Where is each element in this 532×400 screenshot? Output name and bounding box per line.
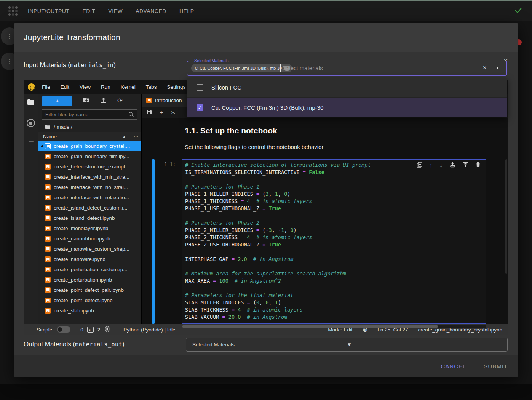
- file-name: create_island_defect.ipynb: [54, 215, 115, 221]
- material-chip[interactable]: 0: Cu, Copper, FCC (Fm-3m) 3D (Bulk), mp…: [191, 64, 292, 72]
- text-cursor: [280, 64, 281, 72]
- code-line: SLAB_MILLER_INDICES = (0, 0, 1): [185, 299, 486, 307]
- clear-selection-icon[interactable]: ×: [483, 64, 487, 72]
- add-cell-icon[interactable]: +: [160, 109, 163, 116]
- dropdown-collapse-icon[interactable]: ▲: [496, 66, 499, 70]
- jupyter-menu-run[interactable]: Run: [101, 84, 110, 90]
- breadcrumb[interactable]: / made /: [38, 122, 141, 132]
- more-columns-icon[interactable]: ⋯: [134, 134, 138, 139]
- notebook-file-icon: [45, 236, 51, 242]
- running-sessions-tab-icon[interactable]: [27, 119, 35, 127]
- code-line: [185, 176, 486, 184]
- notebook-file-icon: [45, 256, 51, 262]
- output-materials-select[interactable]: Selected Materials ▼: [186, 338, 508, 352]
- file-browser-toolbar: + ⟳: [38, 94, 141, 108]
- materials-select-placeholder: Select materials: [282, 65, 323, 71]
- cancel-button[interactable]: CANCEL: [441, 363, 466, 370]
- save-icon[interactable]: [147, 109, 152, 116]
- file-row[interactable]: create_nanowire.ipynb: [38, 254, 141, 264]
- file-row[interactable]: create_grain_boundary_film.ipy...: [38, 151, 141, 162]
- menu-advanced[interactable]: ADVANCED: [136, 8, 166, 14]
- kernel-status[interactable]: Python (Pyodide) | Idle: [123, 327, 175, 333]
- file-browser-tab-icon[interactable]: [27, 99, 35, 107]
- jupyter-menu-edit[interactable]: Edit: [61, 84, 69, 90]
- cell-prompt: [ ]:: [164, 162, 176, 167]
- upload-icon[interactable]: [101, 98, 107, 105]
- file-row[interactable]: create_point_defect.ipynb: [38, 295, 141, 306]
- file-list-header[interactable]: Name ▲ ⋯: [38, 132, 141, 141]
- material-option[interactable]: ✓Cu, Copper, FCC (Fm-3m) 3D (Bulk), mp-3…: [187, 98, 507, 117]
- horizontal-scrollbar[interactable]: [182, 325, 486, 328]
- terminals-count[interactable]: 0: [80, 327, 83, 333]
- refresh-icon[interactable]: ⟳: [117, 97, 123, 105]
- menu-view[interactable]: VIEW: [108, 8, 123, 14]
- code-cell-editor[interactable]: # Enable interactive selection of termin…: [182, 159, 486, 324]
- code-line: INTERPHASE_GAP = 2.0 # in Angstrom: [185, 256, 486, 263]
- file-row[interactable]: create_interface_with_no_strai...: [38, 182, 141, 192]
- jupyter-menu-tabs[interactable]: Tabs: [146, 84, 157, 90]
- simple-mode-toggle[interactable]: [57, 326, 70, 333]
- code-line: SLAB_VACUUM = 20.0 # in Angstrom: [185, 314, 486, 321]
- insert-cell-above-icon[interactable]: [450, 162, 455, 168]
- code-line: # Parameters for the final material: [185, 292, 486, 299]
- vertical-scrollbar[interactable]: [505, 159, 507, 274]
- jupyter-menu-view[interactable]: View: [80, 84, 91, 90]
- menu-edit[interactable]: EDIT: [82, 8, 95, 14]
- code-line: SLAB_THICKNESS = 4 # in atomic layers: [185, 307, 486, 314]
- file-row[interactable]: create_perturbation.ipynb: [38, 275, 141, 285]
- menu-help[interactable]: HELP: [179, 8, 194, 14]
- menu-input-output[interactable]: INPUT/OUTPUT: [28, 8, 69, 14]
- file-row[interactable]: create_island_defect.ipynb: [38, 213, 141, 223]
- cut-cell-icon[interactable]: ✂: [171, 109, 176, 116]
- kernel-chip-icon: [104, 326, 110, 333]
- materials-dropdown: Silicon FCC✓Cu, Copper, FCC (Fm-3m) 3D (…: [187, 78, 507, 117]
- file-row[interactable]: create_interface_with_relaxatio...: [38, 192, 141, 203]
- section-paragraph: Set the following flags to control the n…: [185, 144, 323, 150]
- submit-button[interactable]: SUBMIT: [484, 363, 508, 370]
- file-filter-input[interactable]: Filter files by name: [42, 109, 137, 120]
- file-row[interactable]: create_perturbation_custom.ip...: [38, 264, 141, 275]
- file-name: create_nanoribbon.ipynb: [54, 236, 110, 242]
- delete-cell-icon[interactable]: [476, 162, 481, 168]
- file-row[interactable]: create_point_defect_pair.ipynb: [38, 285, 141, 295]
- kernels-count[interactable]: 2: [97, 327, 101, 333]
- checkbox-checked-icon[interactable]: ✓: [197, 104, 203, 111]
- file-row[interactable]: create_slab.ipynb: [38, 306, 141, 316]
- file-row[interactable]: create_grain_boundary_crystal....: [38, 141, 141, 151]
- file-browser-panel: + ⟳ Filter files by name / made /: [38, 94, 142, 324]
- jupyter-menu-kernel[interactable]: Kernel: [121, 84, 136, 90]
- materials-select-input[interactable]: Selected Materials 0: Cu, Copper, FCC (F…: [187, 61, 507, 76]
- file-row[interactable]: create_interface_with_min_stra...: [38, 172, 141, 182]
- active-cell-indicator[interactable]: [152, 159, 155, 324]
- new-folder-icon[interactable]: [83, 98, 90, 104]
- dialog-header: JupyterLite Transformation: [14, 23, 518, 52]
- insert-cell-below-icon[interactable]: [463, 162, 468, 168]
- move-cell-up-icon[interactable]: ↑: [430, 162, 433, 168]
- file-name: create_island_defect_custom.i...: [54, 205, 128, 211]
- code-line: [185, 263, 486, 270]
- file-name: create_nanowire.ipynb: [54, 256, 105, 262]
- checkbox-unchecked-icon[interactable]: [197, 84, 203, 91]
- notebook-file-icon: [45, 154, 51, 159]
- breadcrumb-path: / made /: [54, 124, 72, 130]
- table-of-contents-tab-icon[interactable]: ☰: [28, 140, 34, 148]
- name-column-header[interactable]: Name: [43, 134, 123, 139]
- move-cell-down-icon[interactable]: ↓: [440, 162, 443, 168]
- file-row[interactable]: create_island_defect_custom.i...: [38, 203, 141, 213]
- file-row[interactable]: create_nanowire_custom_shap...: [38, 244, 141, 254]
- file-name: create_perturbation_custom.ip...: [54, 267, 128, 272]
- jupyter-menu-settings[interactable]: Settings: [167, 84, 185, 90]
- file-name: create_interface_with_relaxatio...: [54, 195, 129, 200]
- file-row[interactable]: create_monolayer.ipynb: [38, 223, 141, 234]
- sort-ascending-icon: ▲: [123, 135, 126, 138]
- jupyter-menu-file[interactable]: File: [42, 84, 50, 90]
- material-option[interactable]: Silicon FCC: [187, 78, 507, 98]
- file-row[interactable]: create_heterostructure_exampl...: [38, 162, 141, 172]
- dialog-footer: CANCEL SUBMIT: [14, 355, 518, 377]
- notebook-content[interactable]: 1.1. Set up the notebook Set the followi…: [142, 118, 508, 324]
- file-row[interactable]: create_nanoribbon.ipynb: [38, 234, 141, 244]
- app-bar: INPUT/OUTPUTEDITVIEWADVANCEDHELP: [0, 0, 532, 21]
- new-launcher-button[interactable]: +: [42, 96, 72, 106]
- duplicate-cell-icon[interactable]: [417, 162, 422, 168]
- app-logo-icon[interactable]: [8, 6, 18, 16]
